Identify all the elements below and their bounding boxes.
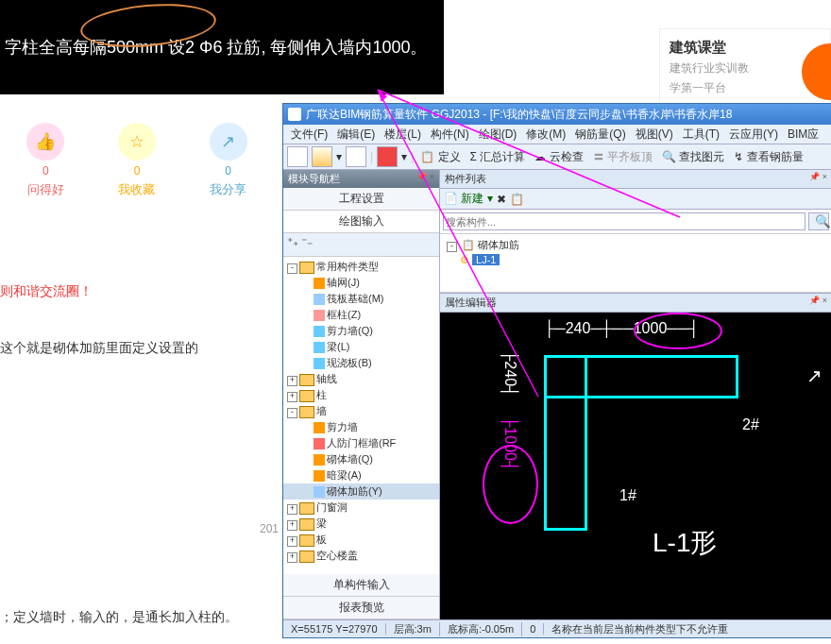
menu-floor[interactable]: 楼层(L) xyxy=(381,127,425,143)
search-button[interactable]: 🔍 xyxy=(808,212,829,230)
status-bar: X=55175 Y=27970 层高:3m 底标高:-0.05m 0 名称在当前… xyxy=(283,619,831,637)
delete-icon[interactable]: ✖ xyxy=(497,193,506,206)
sum-btn[interactable]: Σ 汇总计算 xyxy=(467,149,529,165)
nav-report[interactable]: 报表预览 xyxy=(283,597,439,619)
toolbar: ▾ | ▾ | 📋 定义 Σ 汇总计算 ☁ 云检查 〓 平齐板顶 🔍 查找图元 … xyxy=(283,144,831,170)
nav-tree: -常用构件类型 轴网(J) 筏板基础(M) 框柱(Z) 剪力墙(Q) 梁(L) … xyxy=(283,257,439,574)
year-text: 201 xyxy=(260,522,279,535)
label-2: 2# xyxy=(742,416,759,433)
tree-item[interactable]: 梁(L) xyxy=(283,339,439,355)
app-icon xyxy=(288,108,301,121)
undo-btn[interactable] xyxy=(377,146,398,167)
action-label: 我分享 xyxy=(191,181,266,198)
copy-icon[interactable]: 📋 xyxy=(510,193,524,206)
menu-view[interactable]: 视图(V) xyxy=(632,127,677,143)
flat-btn[interactable]: 〓 平齐板顶 xyxy=(590,149,655,165)
search-row: 🔍 xyxy=(440,210,831,234)
status-bottom: 底标高:-0.05m xyxy=(440,622,522,636)
tree-root[interactable]: -常用构件类型 xyxy=(283,259,439,275)
tree-item[interactable]: 剪力墙 xyxy=(283,419,439,435)
menubar: 文件(F) 编辑(E) 楼层(L) 构件(N) 绘图(D) 修改(M) 钢筋量(… xyxy=(283,125,831,144)
body-text: 这个就是砌体加筋里面定义设置的 xyxy=(0,340,198,357)
star-icon: ☆ xyxy=(118,123,156,161)
prop-header: 属性编辑器📌 × xyxy=(440,293,831,313)
menu-cloud[interactable]: 云应用(Y) xyxy=(725,127,782,143)
right-panel: 构件列表📌 × 📄 新建 ▾ ✖ 📋 🔍 - 📋 砌体加筋 ⚙ LJ-1 属性编… xyxy=(440,170,831,619)
nav-header: 模块导航栏📌 × xyxy=(283,170,439,188)
tree-group[interactable]: +板 xyxy=(283,532,439,548)
pin-icon[interactable]: 📌 × xyxy=(809,172,827,186)
menu-mod[interactable]: 修改(M) xyxy=(522,127,569,143)
menu-comp[interactable]: 构件(N) xyxy=(427,127,473,143)
tree-group[interactable]: +轴线 xyxy=(283,371,439,387)
list-item[interactable]: ⚙ LJ-1 xyxy=(443,253,829,267)
tree-item[interactable]: 人防门框墙(RF xyxy=(283,435,439,451)
tree-item[interactable]: 暗梁(A) xyxy=(283,467,439,483)
action-count: 0 xyxy=(8,164,83,178)
nav-project[interactable]: 工程设置 xyxy=(283,188,439,211)
card-sub2: 学第一平台 xyxy=(670,80,821,96)
card-title: 建筑课堂 xyxy=(670,39,821,57)
open-btn[interactable] xyxy=(312,146,332,167)
view-btn[interactable]: ↯ 查看钢筋量 xyxy=(731,149,806,165)
status-coord: X=55175 Y=27970 xyxy=(283,623,386,635)
titlebar[interactable]: 广联达BIM钢筋算量软件 GGJ2013 - [F:\我的快盘\百度云同步盘\书… xyxy=(283,104,831,125)
new-btn[interactable]: 📄 新建 ▾ xyxy=(444,191,493,207)
red-text: 则和谐交流圈！ xyxy=(0,283,93,300)
card-sub: 建筑行业实训教 xyxy=(670,60,821,76)
tree-group[interactable]: +空心楼盖 xyxy=(283,548,439,564)
canvas-area[interactable]: ├─240─┼──1000──┤ ├240┤ ├1000┤ 1# 2# L-1形… xyxy=(440,313,831,619)
menu-file[interactable]: 文件(F) xyxy=(287,127,331,143)
tree-item[interactable]: 轴网(J) xyxy=(283,275,439,291)
nav-panel: 模块导航栏📌 × 工程设置 绘图输入 ⁺₊ ⁻₋ -常用构件类型 轴网(J) 筏… xyxy=(283,170,440,619)
action-share[interactable]: ↗ 0 我分享 xyxy=(191,123,266,198)
component-list: - 📋 砌体加筋 ⚙ LJ-1 xyxy=(440,234,831,293)
menu-rebar[interactable]: 钢筋量(Q) xyxy=(571,127,629,143)
tree-item[interactable]: 现浇板(B) xyxy=(283,355,439,371)
window-title: 广联达BIM钢筋算量软件 GGJ2013 - [F:\我的快盘\百度云同步盘\书… xyxy=(306,107,732,123)
find-btn[interactable]: 🔍 查找图元 xyxy=(659,149,727,165)
list-parent[interactable]: - 📋 砌体加筋 xyxy=(443,237,829,253)
thumb-icon: 👍 xyxy=(26,123,64,161)
define-btn[interactable]: 📋 定义 xyxy=(417,149,463,165)
action-count: 0 xyxy=(99,164,175,178)
cloud-btn[interactable]: ☁ 云检查 xyxy=(532,149,585,165)
shape-name: L-1形 xyxy=(653,525,717,561)
tree-item[interactable]: 框柱(Z) xyxy=(283,307,439,323)
menu-edit[interactable]: 编辑(E) xyxy=(333,127,379,143)
menu-bim[interactable]: BIM应 xyxy=(784,127,823,143)
action-label: 我收藏 xyxy=(99,181,175,198)
share-icon: ↗ xyxy=(210,123,247,161)
arrow-icon: ↗ xyxy=(806,364,823,387)
red-oval-1000b xyxy=(634,313,722,349)
status-floor: 层高:3m xyxy=(386,622,440,636)
tree-group[interactable]: +门窗洞 xyxy=(283,500,439,516)
label-1: 1# xyxy=(619,487,636,504)
tree-item[interactable]: 剪力墙(Q) xyxy=(283,323,439,339)
save-btn[interactable] xyxy=(346,146,366,167)
action-row: 👍 0 问得好 ☆ 0 我收藏 ↗ 0 我分享 xyxy=(0,113,274,208)
tree-item-selected[interactable]: 砌体加筋(Y) xyxy=(283,483,439,500)
menu-tool[interactable]: 工具(T) xyxy=(679,127,723,143)
list-toolbar: 📄 新建 ▾ ✖ 📋 xyxy=(440,189,831,210)
menu-draw[interactable]: 绘图(D) xyxy=(475,127,521,143)
footer-text: ；定义墙时，输入的，是通长加入柱的。 xyxy=(0,609,238,626)
nav-draw[interactable]: 绘图输入 xyxy=(283,211,439,233)
search-input[interactable] xyxy=(443,212,806,230)
tree-toolbar: ⁺₊ ⁻₋ xyxy=(283,233,439,257)
pin-icon[interactable]: 📌 × xyxy=(809,296,827,310)
tree-item[interactable]: 砌体墙(Q) xyxy=(283,451,439,467)
action-good[interactable]: 👍 0 问得好 xyxy=(8,123,83,198)
status-z: 0 xyxy=(522,623,544,635)
action-count: 0 xyxy=(191,164,266,178)
list-header: 构件列表📌 × xyxy=(440,170,831,189)
nav-single[interactable]: 单构件输入 xyxy=(283,574,439,597)
pin-icon[interactable]: 📌 × xyxy=(416,172,434,186)
tree-group[interactable]: +柱 xyxy=(283,387,439,403)
tree-group[interactable]: +梁 xyxy=(283,516,439,532)
banner-text: 字柱全高每隔500mm 设2 Φ6 拉筋, 每侧伸入墙内1000。 xyxy=(5,36,427,59)
new-btn[interactable] xyxy=(287,146,308,167)
tree-item[interactable]: 筏板基础(M) xyxy=(283,291,439,307)
tree-group[interactable]: -墙 xyxy=(283,403,439,419)
action-fav[interactable]: ☆ 0 我收藏 xyxy=(99,123,175,198)
